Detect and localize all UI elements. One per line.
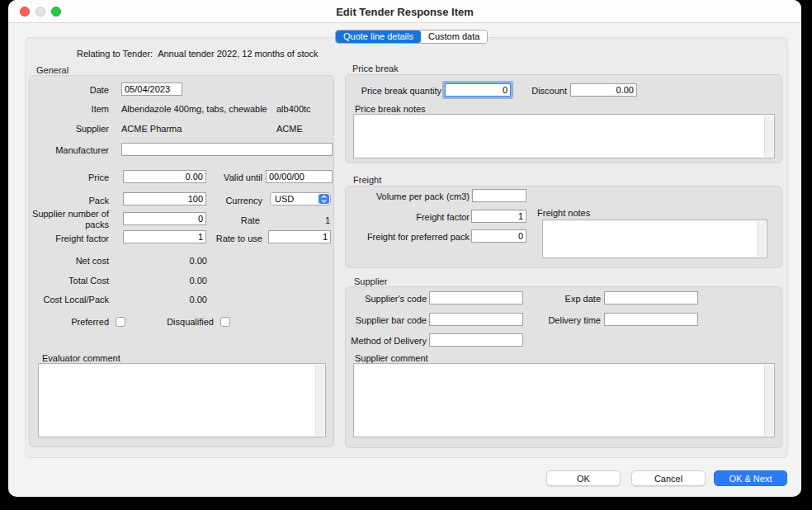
edit-tender-response-dialog: Edit Tender Response Item Quote line det…	[8, 0, 801, 497]
price-break-notes-textarea[interactable]	[353, 114, 775, 158]
price-break-quantity-label: Price break quantity	[355, 86, 441, 97]
exp-date-input[interactable]	[604, 291, 698, 305]
tab-control: Quote line details Custom data	[335, 30, 488, 44]
freight-preferred-pack-label: Freight for preferred pack	[354, 232, 470, 243]
preferred-label: Preferred	[25, 317, 109, 328]
price-break-quantity-input[interactable]	[445, 83, 511, 97]
item-code: alb400tc	[276, 104, 311, 114]
ok-button[interactable]: OK	[546, 470, 621, 486]
rate-value: 1	[281, 215, 330, 225]
rate-to-use-label: Rate to use	[206, 234, 262, 244]
price-input[interactable]	[123, 170, 206, 183]
exp-date-label: Exp date	[536, 294, 601, 305]
relating-value: Annual tender 2022, 12 months of stock	[158, 49, 318, 59]
net-cost-label: Net cost	[25, 256, 109, 267]
relating-label: Relating to Tender:	[77, 49, 153, 59]
supplier-packs-input[interactable]	[123, 212, 206, 225]
cost-local-pack-label: Cost Local/Pack	[25, 295, 109, 305]
supplier-comment-textarea[interactable]	[353, 363, 775, 437]
supplier-code: ACME	[276, 124, 303, 134]
currency-select[interactable]: USD	[270, 192, 331, 205]
price-break-notes-scrollbar[interactable]	[764, 116, 773, 157]
total-cost-label: Total Cost	[25, 276, 109, 286]
freight-notes-scrollbar[interactable]	[757, 221, 766, 257]
suppliers-code-label: Supplier's code	[355, 294, 427, 305]
rate-label: Rate	[206, 215, 260, 226]
supplier-name: ACME Pharma	[121, 124, 182, 134]
disqualified-label: Disqualified	[132, 317, 214, 328]
pack-input[interactable]	[123, 192, 206, 205]
cancel-button[interactable]: Cancel	[631, 470, 706, 486]
valid-until-label: Valid until	[206, 172, 262, 183]
total-cost-value: 0.00	[157, 276, 207, 286]
volume-per-pack-label: Volume per pack (cm3)	[371, 191, 470, 202]
freight-freight-factor-label: Freight factor	[371, 212, 470, 223]
tab-custom-data[interactable]: Custom data	[421, 31, 487, 43]
supplier-bar-code-label: Supplier bar code	[345, 315, 427, 326]
method-of-delivery-label: Method of Delivery	[342, 336, 427, 347]
manufacturer-label: Manufacturer	[25, 145, 109, 156]
general-section-title: General	[36, 65, 68, 75]
freight-factor-label: Freight factor	[25, 234, 109, 244]
tab-quote-line-details[interactable]: Quote line details	[336, 31, 421, 43]
freight-section-title: Freight	[353, 175, 381, 185]
date-input[interactable]	[121, 83, 182, 96]
chevron-up-down-icon	[319, 194, 329, 204]
manufacturer-input[interactable]	[121, 143, 333, 156]
preferred-checkbox[interactable]	[116, 317, 125, 327]
valid-until-input[interactable]	[266, 170, 333, 183]
item-label: Item	[25, 104, 109, 115]
freight-notes-label: Freight notes	[537, 208, 590, 219]
titlebar: Edit Tender Response Item	[8, 0, 801, 23]
item-name: Albendazole 400mg, tabs, chewable	[121, 104, 267, 114]
delivery-time-label: Delivery time	[536, 315, 601, 326]
supplier-packs-label: Supplier number of packs	[25, 209, 109, 230]
freight-preferred-pack-input[interactable]	[471, 229, 526, 243]
supplier-comment-scrollbar[interactable]	[764, 365, 773, 436]
evaluator-comment-scrollbar[interactable]	[315, 365, 324, 436]
rate-to-use-input[interactable]	[268, 230, 331, 243]
freight-factor-input[interactable]	[123, 230, 206, 243]
supplier-bar-code-input[interactable]	[429, 313, 523, 326]
net-cost-value: 0.00	[157, 256, 207, 266]
delivery-time-input[interactable]	[604, 313, 698, 326]
volume-per-pack-input[interactable]	[472, 189, 526, 202]
date-label: Date	[25, 85, 109, 96]
freight-freight-factor-input[interactable]	[471, 210, 526, 223]
window-title: Edit Tender Response Item	[8, 6, 801, 18]
currency-label: Currency	[206, 196, 262, 206]
freight-notes-textarea[interactable]	[542, 220, 767, 258]
supplier-section-title: Supplier	[354, 276, 387, 286]
price-break-section-title: Price break	[352, 64, 399, 73]
cost-local-pack-value: 0.00	[157, 295, 207, 305]
method-of-delivery-input[interactable]	[429, 333, 523, 347]
discount-input[interactable]	[570, 83, 637, 97]
pack-label: Pack	[25, 196, 109, 206]
supplier-label: Supplier	[25, 124, 109, 135]
currency-value: USD	[271, 194, 319, 204]
evaluator-comment-textarea[interactable]	[38, 363, 326, 437]
discount-label: Discount	[517, 86, 567, 97]
suppliers-code-input[interactable]	[429, 291, 523, 305]
disqualified-checkbox[interactable]	[220, 317, 230, 327]
ok-and-next-button[interactable]: OK & Next	[714, 470, 787, 486]
price-label: Price	[25, 172, 109, 183]
relating-to-tender: Relating to Tender:Annual tender 2022, 1…	[77, 49, 323, 59]
